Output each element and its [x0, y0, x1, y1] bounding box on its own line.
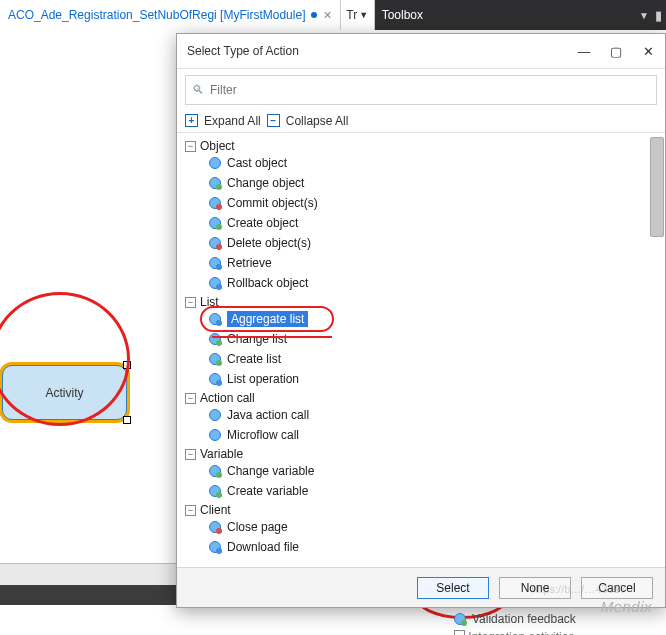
- tree-category-label: Client: [200, 503, 231, 517]
- tree-item-label: Change list: [227, 332, 287, 346]
- expand-controls: + Expand All − Collapse All: [177, 109, 665, 133]
- tree-item[interactable]: Java action call: [185, 405, 665, 425]
- tree-item[interactable]: Change object: [185, 173, 665, 193]
- tree-item-label: Rollback object: [227, 276, 308, 290]
- tree-item[interactable]: Create list: [185, 349, 665, 369]
- tree-item-label: Retrieve: [227, 256, 272, 270]
- none-button[interactable]: None: [499, 577, 571, 599]
- tree-item-label: Delete object(s): [227, 236, 311, 250]
- tree-category[interactable]: −Variable: [185, 447, 665, 461]
- tree-category-label: List: [200, 295, 219, 309]
- action-icon: [209, 257, 221, 269]
- expand-icon[interactable]: [454, 630, 465, 635]
- search-icon: 🔍︎: [192, 83, 204, 97]
- annotation-underline: [212, 336, 332, 338]
- expand-all-icon[interactable]: +: [185, 114, 198, 127]
- tree-item[interactable]: Retrieve: [185, 253, 665, 273]
- tree-item[interactable]: List operation: [185, 369, 665, 389]
- tree-item-validation[interactable]: Validation feedback: [454, 612, 576, 626]
- tree-category-label: Integration activities: [468, 630, 574, 635]
- collapse-icon[interactable]: −: [185, 505, 196, 516]
- collapse-all-icon[interactable]: −: [267, 114, 280, 127]
- activity-node[interactable]: Activity: [2, 365, 127, 420]
- tree-item-label: Aggregate list: [227, 311, 308, 327]
- tree-item[interactable]: Create variable: [185, 481, 665, 501]
- collapse-icon[interactable]: −: [185, 141, 196, 152]
- tree-item-label: Cast object: [227, 156, 287, 170]
- tree-item-label: List operation: [227, 372, 299, 386]
- tab-main[interactable]: ACO_Ade_Registration_SetNubOfRegi [MyFir…: [0, 0, 341, 30]
- filter-input[interactable]: [208, 82, 650, 98]
- tree-item[interactable]: Change list: [185, 329, 665, 349]
- dialog-titlebar[interactable]: Select Type of Action — ▢ ✕: [177, 34, 665, 68]
- tree-item-label: Close page: [227, 520, 288, 534]
- pin-icon[interactable]: ▮: [655, 8, 666, 23]
- dialog-title: Select Type of Action: [187, 44, 299, 58]
- scrollbar-thumb[interactable]: [650, 137, 664, 237]
- action-icon: [209, 217, 221, 229]
- filter-row: 🔍︎: [185, 75, 657, 105]
- action-icon: [209, 277, 221, 289]
- cancel-button[interactable]: Cancel: [581, 577, 653, 599]
- action-icon: [209, 353, 221, 365]
- toolbox-title: Toolbox: [375, 8, 423, 22]
- tree-item-label: Java action call: [227, 408, 309, 422]
- close-icon[interactable]: ×: [323, 8, 331, 22]
- tree-item-label: Download file: [227, 540, 299, 554]
- tab-main-label: ACO_Ade_Registration_SetNubOfRegi [MyFir…: [8, 8, 305, 22]
- tree-item[interactable]: Commit object(s): [185, 193, 665, 213]
- tree-item[interactable]: Change variable: [185, 461, 665, 481]
- resize-handle[interactable]: [123, 361, 131, 369]
- action-icon: [209, 541, 221, 553]
- tab-strip: ACO_Ade_Registration_SetNubOfRegi [MyFir…: [0, 0, 666, 30]
- maximize-icon[interactable]: ▢: [609, 44, 623, 59]
- tree-item-label: Validation feedback: [472, 612, 576, 626]
- dialog-buttons: Select None Cancel: [177, 567, 665, 607]
- action-icon: [209, 485, 221, 497]
- tree-item[interactable]: Cast object: [185, 153, 665, 173]
- collapse-all-label[interactable]: Collapse All: [286, 114, 349, 128]
- tree-category[interactable]: −Object: [185, 139, 665, 153]
- collapse-icon[interactable]: −: [185, 449, 196, 460]
- chevron-down-icon[interactable]: ▼: [639, 10, 655, 21]
- action-icon: [209, 237, 221, 249]
- toolbox-panel[interactable]: Toolbox ▼ ▮: [375, 0, 666, 30]
- collapse-icon[interactable]: −: [185, 297, 196, 308]
- action-icon: [209, 333, 221, 345]
- modified-indicator: [311, 12, 317, 18]
- action-icon: [209, 197, 221, 209]
- tree-item-label: Commit object(s): [227, 196, 318, 210]
- action-icon: [209, 409, 221, 421]
- collapse-icon[interactable]: −: [185, 393, 196, 404]
- resize-handle[interactable]: [123, 416, 131, 424]
- tree-item-label: Create list: [227, 352, 281, 366]
- tree-item[interactable]: Aggregate list: [185, 309, 665, 329]
- tree-item[interactable]: Close page: [185, 517, 665, 537]
- action-tree[interactable]: −ObjectCast objectChange objectCommit ob…: [177, 133, 665, 567]
- tree-item[interactable]: Delete object(s): [185, 233, 665, 253]
- tree-category-integration[interactable]: Integration activities: [454, 630, 574, 635]
- expand-all-label[interactable]: Expand All: [204, 114, 261, 128]
- action-icon: [209, 313, 221, 325]
- tree-category[interactable]: −Client: [185, 503, 665, 517]
- action-icon: [209, 465, 221, 477]
- select-action-dialog: Select Type of Action — ▢ ✕ 🔍︎ + Expand …: [176, 33, 666, 608]
- action-icon: [209, 429, 221, 441]
- chevron-down-icon: ▼: [359, 10, 368, 20]
- tree-item[interactable]: Microflow call: [185, 425, 665, 445]
- action-icon: [209, 157, 221, 169]
- tab-secondary-label: Tr: [346, 8, 357, 22]
- tree-item[interactable]: Create object: [185, 213, 665, 233]
- action-icon: [209, 521, 221, 533]
- action-icon: [209, 177, 221, 189]
- close-icon[interactable]: ✕: [641, 44, 655, 59]
- tree-category[interactable]: −Action call: [185, 391, 665, 405]
- minimize-icon[interactable]: —: [577, 44, 591, 59]
- select-button[interactable]: Select: [417, 577, 489, 599]
- tab-secondary[interactable]: Tr ▼: [341, 0, 375, 30]
- tree-item[interactable]: Rollback object: [185, 273, 665, 293]
- tree-category-label: Object: [200, 139, 235, 153]
- tree-item-label: Microflow call: [227, 428, 299, 442]
- tree-category[interactable]: −List: [185, 295, 665, 309]
- tree-item[interactable]: Download file: [185, 537, 665, 557]
